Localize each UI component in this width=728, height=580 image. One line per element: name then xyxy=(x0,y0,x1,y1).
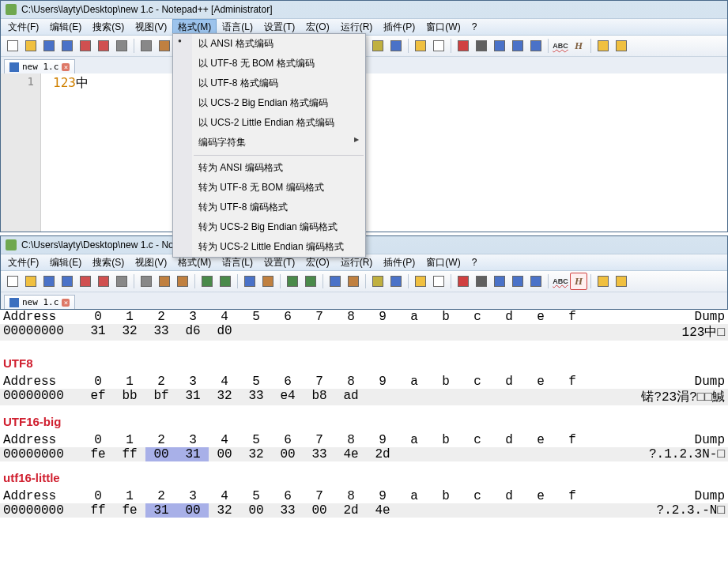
invis-button[interactable] xyxy=(369,37,387,55)
encoding-option[interactable]: 转为 ANSI 编码格式 xyxy=(192,158,365,178)
folder-button[interactable] xyxy=(412,37,429,55)
fold-button[interactable] xyxy=(594,273,612,290)
folder-button[interactable] xyxy=(412,273,429,290)
print-button[interactable] xyxy=(113,37,130,55)
closeall-button[interactable] xyxy=(95,273,112,290)
hex-byte-cell[interactable] xyxy=(525,389,556,405)
hex-byte-cell[interactable] xyxy=(525,447,556,461)
hex-byte-cell[interactable]: 00 xyxy=(177,503,209,518)
invis-button[interactable] xyxy=(369,273,387,290)
hex-byte-cell[interactable]: ef xyxy=(82,389,114,405)
titlebar-1[interactable]: C:\Users\layty\Desktop\new 1.c - Notepad… xyxy=(1,1,727,18)
hex-byte-cell[interactable]: 33 xyxy=(145,324,177,341)
menu-item-插件(P)[interactable]: 插件(P) xyxy=(378,254,421,271)
hex-byte-cell[interactable] xyxy=(367,324,398,341)
redo-button[interactable] xyxy=(217,273,234,290)
hex-data-row[interactable]: 00000000fffe3100320033002d4e?.2.3.-N□ xyxy=(0,503,728,518)
menu-item-搜索(S)[interactable]: 搜索(S) xyxy=(87,19,130,36)
hex-byte-cell[interactable]: 32 xyxy=(114,324,145,341)
hex-byte-cell[interactable]: 33 xyxy=(272,503,304,518)
paste-button[interactable] xyxy=(174,273,191,290)
open-button[interactable] xyxy=(22,37,40,55)
hex-byte-cell[interactable] xyxy=(462,324,493,341)
hex-byte-cell[interactable]: bf xyxy=(145,389,177,405)
menu-item-插件(P)[interactable]: 插件(P) xyxy=(378,19,421,36)
file-tab-2[interactable]: new 1.c × xyxy=(4,295,75,309)
hex-byte-cell[interactable]: d0 xyxy=(209,324,240,341)
hex-byte-cell[interactable] xyxy=(398,447,430,461)
hex-byte-cell[interactable]: 00 xyxy=(240,503,272,518)
indent-button[interactable] xyxy=(387,37,405,55)
saveall-button[interactable] xyxy=(58,273,76,290)
unfold-button[interactable] xyxy=(613,37,630,55)
cut-button[interactable] xyxy=(138,37,155,55)
encoding-option[interactable]: 以 UCS-2 Big Endian 格式编码 xyxy=(192,93,365,113)
hex-byte-cell[interactable] xyxy=(430,503,462,518)
macro-rec-button[interactable] xyxy=(455,37,472,55)
encoding-option[interactable]: 转为 UCS-2 Big Endian 编码格式 xyxy=(192,217,365,237)
fold-button[interactable] xyxy=(594,37,612,55)
hex-byte-cell[interactable] xyxy=(462,447,493,461)
closeall-button[interactable] xyxy=(95,37,112,55)
hex-data-row[interactable]: 00000000313233d6d0123中□ xyxy=(0,324,728,341)
hex-byte-cell[interactable] xyxy=(272,324,304,341)
wrap-button[interactable] xyxy=(345,273,362,290)
hex-byte-cell[interactable]: 2d xyxy=(367,447,398,461)
sync-button[interactable] xyxy=(326,273,344,290)
close-button[interactable] xyxy=(77,273,94,290)
hex-byte-cell[interactable]: 00 xyxy=(209,447,240,461)
hex-byte-cell[interactable]: 4e xyxy=(335,447,367,461)
macro-stop-button[interactable] xyxy=(473,273,490,290)
hex-byte-cell[interactable] xyxy=(525,324,556,341)
hex-data-row[interactable]: 00000000efbbbf313233e4b8ad锘?23涓?□□鰔 xyxy=(0,389,728,405)
hex-byte-cell[interactable] xyxy=(430,324,462,341)
macro-play-button[interactable] xyxy=(491,37,508,55)
hex-byte-cell[interactable]: ad xyxy=(335,389,367,405)
hex-byte-cell[interactable] xyxy=(335,324,367,341)
doc-button[interactable] xyxy=(430,273,447,290)
menu-item-视图(V)[interactable]: 视图(V) xyxy=(130,19,172,36)
hex-data-row[interactable]: 00000000feff0031003200334e2d?.1.2.3N-□ xyxy=(0,447,728,461)
menu-item-文件(F)[interactable]: 文件(F) xyxy=(2,254,44,271)
encoding-option[interactable]: 以 UCS-2 Little Endian 格式编码 xyxy=(192,113,365,133)
menu-item-编辑(E)[interactable]: 编辑(E) xyxy=(44,19,87,36)
hex-byte-cell[interactable] xyxy=(556,389,588,405)
new-button[interactable] xyxy=(4,37,21,55)
hex-byte-cell[interactable] xyxy=(398,324,430,341)
copy-button[interactable] xyxy=(156,273,173,290)
encoding-option[interactable]: 转为 UTF-8 无 BOM 编码格式 xyxy=(192,178,365,198)
hex-byte-cell[interactable] xyxy=(430,447,462,461)
hex-byte-cell[interactable]: ff xyxy=(114,447,145,461)
hex-byte-cell[interactable]: 32 xyxy=(209,389,240,405)
hex-byte-cell[interactable]: fe xyxy=(114,503,145,518)
hex-byte-cell[interactable] xyxy=(430,389,462,405)
save-button[interactable] xyxy=(40,273,58,290)
menu-item-视图(V)[interactable]: 视图(V) xyxy=(130,254,172,271)
tab-close-icon[interactable]: × xyxy=(62,63,70,71)
saveall-button[interactable] xyxy=(58,37,76,55)
indent-button[interactable] xyxy=(387,273,405,290)
hex-byte-cell[interactable] xyxy=(493,389,525,405)
macro-stop-button[interactable] xyxy=(473,37,490,55)
save-button[interactable] xyxy=(40,37,58,55)
encoding-option[interactable]: 以 UTF-8 无 BOM 格式编码 xyxy=(192,54,365,73)
menu-item-搜索(S)[interactable]: 搜索(S) xyxy=(87,254,130,271)
hex-byte-cell[interactable] xyxy=(556,324,588,341)
unfold-button[interactable] xyxy=(613,273,630,290)
hex-byte-cell[interactable] xyxy=(493,503,525,518)
menu-item-窗口(W)[interactable]: 窗口(W) xyxy=(421,254,466,271)
doc-button[interactable] xyxy=(430,37,447,55)
menu-item-?[interactable]: ? xyxy=(466,20,483,34)
macro-fast-button[interactable] xyxy=(509,37,526,55)
hex-byte-cell[interactable] xyxy=(367,389,398,405)
file-tab-1[interactable]: new 1.c × xyxy=(4,59,75,73)
open-button[interactable] xyxy=(22,273,40,290)
menu-item-编辑(E)[interactable]: 编辑(E) xyxy=(44,254,87,271)
menu-item-窗口(W)[interactable]: 窗口(W) xyxy=(421,19,466,36)
encoding-option[interactable]: 以 ANSI 格式编码 xyxy=(192,34,365,54)
hex-byte-cell[interactable]: 31 xyxy=(145,503,177,518)
hex-byte-cell[interactable] xyxy=(493,447,525,461)
hex-byte-cell[interactable]: 4e xyxy=(367,503,398,518)
macro-fast-button[interactable] xyxy=(509,273,526,290)
hex-byte-cell[interactable]: 31 xyxy=(177,447,209,461)
